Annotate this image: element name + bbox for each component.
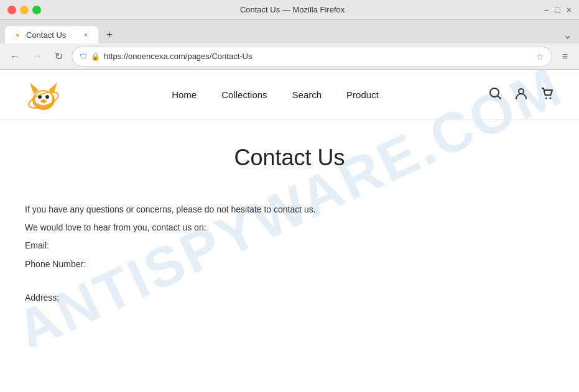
cart-icon[interactable]	[540, 86, 554, 103]
address-bar[interactable]: 🛡 🔒 ☆	[72, 47, 552, 66]
contact-phone-label: Phone Number:	[25, 257, 554, 272]
forward-button[interactable]: →	[29, 48, 46, 65]
svg-point-11	[545, 98, 547, 99]
os-titlebar-left	[7, 6, 41, 14]
new-tab-button[interactable]: +	[101, 26, 118, 43]
url-input[interactable]	[104, 52, 532, 61]
site-logo[interactable]	[25, 76, 62, 114]
back-button[interactable]: ←	[6, 48, 24, 65]
contact-line1: If you have any questions or concerns, p…	[25, 202, 554, 217]
browser-chrome: 🔸 Contact Us × + ⌄ ← → ↻ 🛡 🔒 ☆ ≡	[0, 20, 579, 70]
os-close-icon[interactable]: ×	[567, 5, 572, 15]
site-nav: Home Collections Search Product	[172, 89, 379, 100]
tab-favicon: 🔸	[12, 30, 21, 39]
tab-close-button[interactable]: ×	[81, 30, 91, 40]
bookmark-icon[interactable]: ☆	[536, 52, 544, 62]
nav-product[interactable]: Product	[346, 89, 379, 100]
svg-point-6	[40, 99, 47, 103]
contact-email-label: Email:	[25, 238, 554, 253]
contact-content: If you have any questions or concerns, p…	[25, 202, 554, 306]
active-tab[interactable]: 🔸 Contact Us ×	[5, 26, 98, 43]
contact-line2: We would love to hear from you, contact …	[25, 220, 554, 235]
nav-search[interactable]: Search	[292, 89, 322, 100]
svg-point-12	[550, 98, 552, 99]
window-title: Contact Us — Mozilla Firefox	[240, 5, 345, 14]
lock-icon: 🔒	[91, 52, 100, 61]
os-titlebar-right: − □ ×	[544, 5, 572, 15]
os-max-icon[interactable]: □	[555, 5, 560, 15]
traffic-lights	[7, 6, 41, 14]
svg-line-9	[498, 96, 501, 99]
svg-point-10	[519, 89, 524, 94]
reload-button[interactable]: ↻	[51, 48, 67, 65]
page-title: Contact Us	[25, 145, 554, 171]
tab-bar-right: ⌄	[561, 27, 574, 43]
maximize-button[interactable]	[32, 6, 41, 14]
minimize-button[interactable]	[20, 6, 29, 14]
nav-home[interactable]: Home	[172, 89, 197, 100]
shield-icon: 🛡	[80, 52, 87, 61]
nav-collections[interactable]: Collections	[221, 89, 267, 100]
os-titlebar: Contact Us — Mozilla Firefox − □ ×	[0, 0, 579, 20]
close-button[interactable]	[7, 6, 16, 14]
tab-bar: 🔸 Contact Us × + ⌄	[0, 20, 579, 43]
svg-point-5	[45, 95, 49, 99]
tab-list-chevron[interactable]: ⌄	[561, 27, 574, 43]
contact-address-label: Address:	[25, 290, 554, 306]
browser-menu-button[interactable]: ≡	[557, 48, 573, 65]
account-icon[interactable]	[514, 86, 528, 103]
nav-bar: ← → ↻ 🛡 🔒 ☆ ≡	[0, 43, 579, 70]
logo-icon	[25, 76, 62, 114]
os-min-icon[interactable]: −	[544, 5, 549, 15]
site-main: Contact Us If you have any questions or …	[0, 120, 579, 333]
tab-title: Contact Us	[26, 30, 76, 40]
website-content: ANTISPYWARE.COM Home Collections Search	[0, 70, 579, 347]
header-icons	[488, 86, 554, 103]
search-icon[interactable]	[488, 86, 502, 103]
site-header: Home Collections Search Product	[0, 70, 579, 120]
